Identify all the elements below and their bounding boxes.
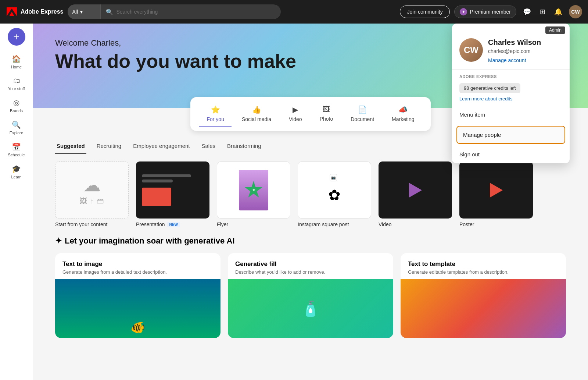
gen-ai-card-img-text-to-template (401, 279, 566, 338)
content-tab-suggested[interactable]: Suggested (55, 140, 86, 154)
learn-icon: 🎓 (12, 164, 21, 173)
template-thumb-instagram: 📷 ✿ (298, 161, 371, 219)
search-input-area[interactable]: 🔍 (101, 8, 281, 15)
template-label-flyer: Flyer (217, 221, 290, 227)
tab-for-you-label: For you (207, 116, 224, 122)
gen-ai-card-generative-fill[interactable]: Generative fill Describe what you'd like… (228, 253, 393, 338)
gen-ai-card-text-to-template[interactable]: Text to template Generate editable templ… (401, 253, 566, 338)
sidebar-item-your-stuff[interactable]: 🗂 Your stuff (3, 74, 31, 94)
video-icon: ▶ (293, 105, 298, 114)
content-tab-recruiting[interactable]: Recruiting (95, 140, 123, 154)
sidebar-learn-label: Learn (11, 175, 21, 179)
template-label-instagram: Instagram square post (298, 221, 371, 227)
gen-ai-card-title-generative-fill: Generative fill (235, 260, 386, 268)
search-type-dropdown[interactable]: All ▾ (68, 4, 101, 19)
ai-sparkle-icon: ✦ (55, 236, 62, 246)
poster-play-icon (490, 183, 503, 198)
content-tab-employee[interactable]: Employee engagement (132, 140, 191, 154)
template-card-poster[interactable]: Poster (459, 161, 533, 227)
template-card-instagram[interactable]: 📷 ✿ Instagram square post (298, 161, 371, 227)
learn-credits-link[interactable]: Learn more about credits (452, 95, 570, 106)
sidebar-schedule-label: Schedule (8, 153, 25, 157)
sidebar-item-home[interactable]: 🏠 Home (3, 52, 31, 72)
panel-user-info: Charles Wilson charles@epic.com Manage a… (488, 38, 562, 64)
cloud-upload-icon: ☁ (80, 175, 104, 195)
small-icons: 🖼 ↑ 🗃 (80, 197, 104, 205)
content-tab-brainstorming[interactable]: Brainstorming (226, 140, 263, 154)
manage-people-button[interactable]: Manage people (456, 126, 565, 144)
presentation-label-text: Presentation (136, 221, 165, 227)
panel-avatar: CW (459, 38, 483, 62)
thumbs-up-icon: 👍 (252, 105, 261, 114)
manage-account-link[interactable]: Manage account (488, 57, 526, 63)
sidebar-item-learn[interactable]: 🎓 Learn (3, 161, 31, 182)
gen-ai-card-desc-text-to-template: Generate editable templates from a descr… (408, 269, 559, 275)
flyer-inner: ★ (239, 170, 268, 210)
home-icon: 🏠 (12, 54, 21, 63)
gen-ai-card-text-to-image[interactable]: Text to image Generate images from a det… (55, 253, 220, 338)
user-dropdown-panel: Admin CW Charles Wilson charles@epic.com… (452, 24, 570, 163)
avatar-initials: CW (571, 9, 580, 15)
presentation-preview (136, 168, 209, 212)
sidebar-home-label: Home (11, 65, 22, 69)
play-button-icon (409, 183, 422, 198)
pres-image-block (142, 188, 171, 206)
template-label-start-from-content: Start from your content (55, 221, 129, 227)
search-input[interactable] (116, 9, 276, 15)
gen-ai-card-desc-text-to-image: Generate images from a detailed text des… (62, 269, 213, 275)
template-thumb-upload: ☁ 🖼 ↑ 🗃 (55, 161, 129, 219)
photo-icon: 🖼 (323, 105, 330, 114)
tab-document[interactable]: 📄 Document (343, 102, 381, 127)
admin-badge-row: Admin (452, 24, 570, 34)
notifications-icon-button[interactable]: 🔔 (552, 6, 564, 18)
user-avatar-button[interactable]: CW (569, 5, 582, 18)
explore-icon: 🔍 (12, 120, 21, 129)
apps-icon-button[interactable]: ⊞ (538, 6, 548, 18)
gen-ai-card-desc-generative-fill: Describe what you'd like to add or remov… (235, 269, 386, 275)
premium-label: Premium member (470, 9, 511, 15)
svg-marker-3 (9, 12, 14, 16)
tab-social-media[interactable]: 👍 Social media (234, 102, 279, 127)
template-label-poster: Poster (459, 221, 533, 227)
template-card-presentation[interactable]: Presentation NEW (136, 161, 209, 227)
tab-video[interactable]: ▶ Video (282, 102, 309, 127)
tab-photo-label: Photo (320, 116, 333, 122)
tab-marketing-label: Marketing (392, 116, 414, 122)
gen-ai-card-header-text-to-template: Text to template Generate editable templ… (401, 253, 566, 279)
panel-user-section: CW Charles Wilson charles@epic.com Manag… (452, 34, 570, 70)
pres-line-1 (142, 174, 191, 177)
gen-ai-card-header-generative-fill: Generative fill Describe what you'd like… (228, 253, 393, 279)
messages-icon-button[interactable]: 💬 (521, 6, 533, 18)
tab-marketing[interactable]: 📣 Marketing (384, 102, 422, 127)
join-community-button[interactable]: Join community (400, 6, 449, 18)
upload-icon-area: ☁ 🖼 ↑ 🗃 (72, 167, 111, 213)
search-bar[interactable]: All ▾ 🔍 (68, 4, 281, 19)
ocean-scene-icon: 🐠 (130, 320, 145, 334)
tab-photo[interactable]: 🖼 Photo (312, 102, 341, 127)
brands-icon: ◎ (13, 98, 19, 107)
create-button[interactable]: + (8, 28, 25, 46)
template-grid: ☁ 🖼 ↑ 🗃 Start from your content (55, 161, 566, 227)
sidebar-explore-label: Explore (10, 131, 23, 135)
sign-out-button[interactable]: Sign out (452, 147, 570, 163)
sidebar-item-brands[interactable]: ◎ Brands (3, 95, 31, 116)
premium-member-button[interactable]: ✦ Premium member (454, 6, 516, 18)
tab-document-label: Document (351, 116, 374, 122)
flower-icon: ✿ (325, 184, 344, 206)
sidebar: + 🏠 Home 🗂 Your stuff ◎ Brands 🔍 Explore… (0, 24, 33, 380)
new-badge: NEW (167, 222, 180, 227)
adobe-logo-icon (6, 6, 18, 18)
pres-line-2 (142, 180, 173, 182)
template-card-flyer[interactable]: ★ Flyer (217, 161, 290, 227)
gen-ai-card-title-text-to-template: Text to template (408, 260, 559, 268)
tab-for-you[interactable]: ⭐ For you (199, 102, 231, 127)
panel-section-label: ADOBE EXPRESS (452, 70, 570, 81)
content-tab-sales[interactable]: Sales (200, 140, 217, 154)
sidebar-item-explore[interactable]: 🔍 Explore (3, 117, 31, 138)
menu-item-row[interactable]: Menu item (452, 106, 570, 123)
sidebar-your-stuff-label: Your stuff (8, 86, 25, 91)
gen-ai-card-img-generative-fill: 🧴 (228, 279, 393, 338)
template-card-start-from-content[interactable]: ☁ 🖼 ↑ 🗃 Start from your content (55, 161, 129, 227)
template-card-video[interactable]: Video (379, 161, 452, 227)
sidebar-item-schedule[interactable]: 📅 Schedule (3, 139, 31, 160)
